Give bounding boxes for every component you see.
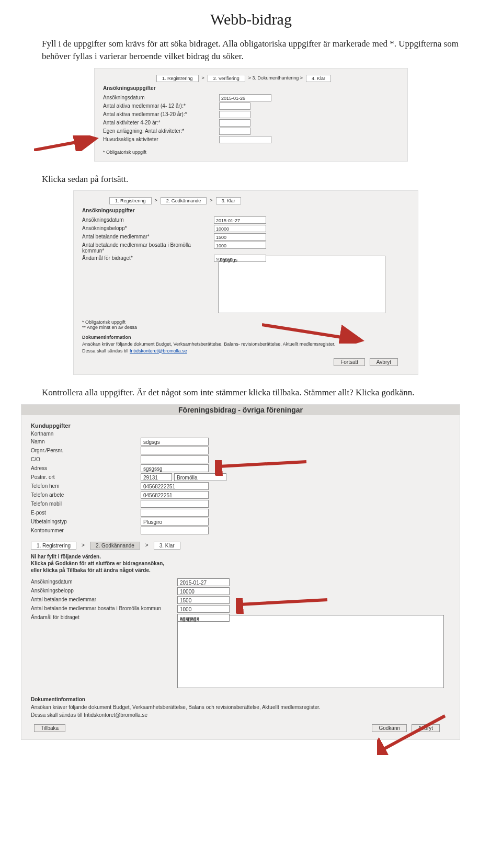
label: Kontonummer xyxy=(31,528,141,533)
step-1: 1. Registrering xyxy=(156,75,199,82)
label: Namn xyxy=(31,439,141,444)
label: E-post xyxy=(31,510,141,516)
label: Adress xyxy=(31,465,141,471)
field[interactable]: 10000 xyxy=(214,225,266,232)
label: Telefon hem xyxy=(31,483,141,489)
note-line: ** Ange minst en av dessa xyxy=(82,325,414,330)
instruction-text: Klicka sedan på fortsätt. xyxy=(42,173,460,186)
label: Orgnr./Persnr. xyxy=(31,448,141,453)
document-info: Dokumentinformation Ansökan kräver följa… xyxy=(82,334,414,354)
field-date[interactable]: 2015-01-26 xyxy=(219,94,271,101)
label: Antal betalande medlemmar bosatta i Brom… xyxy=(78,242,214,254)
field[interactable]: Plusgiro xyxy=(141,518,209,526)
label: Ändamål för bidraget xyxy=(31,614,177,622)
field-name[interactable]: sdgsgs xyxy=(141,438,209,446)
label: Ansökningsdatum xyxy=(78,216,214,223)
field[interactable] xyxy=(219,102,250,110)
docinfo-line: Ansökan kräver följande dokument Budget,… xyxy=(31,703,455,711)
step-sep: > xyxy=(76,542,90,550)
docinfo-heading: Dokumentinformation xyxy=(82,334,414,341)
step-sep: > xyxy=(140,542,154,550)
panel-registrering: 1. Registrering > 2. Verifiering > 3. Do… xyxy=(94,68,408,162)
field[interactable] xyxy=(141,509,209,517)
field[interactable] xyxy=(219,128,250,135)
panel-godkannande: 1. Registrering > 2. Godkännande > 3. Kl… xyxy=(73,190,418,375)
section-heading: Ansökningsuppgifter xyxy=(103,85,403,91)
field[interactable] xyxy=(219,111,250,118)
stepper: 1. Registrering > 2. Godkännande > 3. Kl… xyxy=(31,542,455,550)
field[interactable]: 2015-01-27 xyxy=(214,216,266,224)
textarea-purpose[interactable]: sgsgsgs xyxy=(218,256,385,313)
field: 2015-01-27 xyxy=(177,578,230,586)
step-sep: > 3. Dokumenthantering > xyxy=(245,75,306,82)
instruction-text: Kontrollera alla uppgifter. Är det något… xyxy=(42,386,460,399)
label: Antal aktiva medlemmar (4- 12 år):* xyxy=(99,102,219,109)
field[interactable]: 1500 xyxy=(214,233,266,241)
field: 1500 xyxy=(177,596,230,604)
footnote: * Obligatorisk uppgift xyxy=(103,150,403,155)
step-sep: > xyxy=(199,75,208,82)
field[interactable] xyxy=(219,136,271,143)
section-heading: Ansökningsuppgifter xyxy=(82,208,414,213)
footnote: * Obligatorisk uppgift ** Ange minst en … xyxy=(82,319,414,330)
step-1: 1. Registrering xyxy=(31,542,76,550)
email-link[interactable]: fritidskontoret@bromolla.se xyxy=(84,712,147,718)
label: Huvudsakliga aktiviteter xyxy=(99,136,219,142)
note-line: * Obligatorisk uppgift xyxy=(82,319,414,325)
stepper: 1. Registrering > 2. Godkännande > 3. Kl… xyxy=(109,197,414,204)
label: Ansökningsbelopp* xyxy=(78,225,214,231)
bold-instruction: Ni har fyllt i följande värden. xyxy=(31,554,455,559)
panel-kunduppgifter: Föreningsbidrag - övriga föreningar Kund… xyxy=(21,404,460,740)
label: Ansökningsdatum xyxy=(99,94,219,100)
label: Antal aktiva medlemmar (13-20 år):* xyxy=(99,111,219,117)
docinfo-line: Ansökan kräver följande dokument Budget,… xyxy=(82,341,414,348)
field[interactable]: 1000 xyxy=(214,242,266,249)
label: Ansökningsbelopp xyxy=(31,587,177,595)
label: Postnr. ort xyxy=(31,474,141,480)
email-link[interactable]: fritidskontoret@bromolla.se xyxy=(130,348,187,353)
back-button[interactable]: Tillbaka xyxy=(34,724,65,732)
step-4: 4. Klar xyxy=(306,75,331,82)
field-postnr[interactable]: 29131 xyxy=(141,473,172,481)
approve-button[interactable]: Godkänn xyxy=(372,724,407,732)
textarea-purpose: sgsgsgs xyxy=(177,615,444,688)
field[interactable]: 0456822251 xyxy=(141,491,209,499)
label: C/O xyxy=(31,456,141,462)
step-2-active: 2. Godkännande xyxy=(90,542,140,550)
label: Kortnamn xyxy=(31,431,141,437)
field[interactable] xyxy=(141,447,209,454)
field[interactable]: sgsgssg xyxy=(141,464,209,472)
section-heading: Kunduppgifter xyxy=(31,422,455,429)
label: Antal betalande medlemmar* xyxy=(78,233,214,239)
field[interactable] xyxy=(141,527,209,534)
docinfo-line: Dessa skall sändas till fritidskontoret@… xyxy=(31,711,455,719)
step-3: 3. Klar xyxy=(154,542,180,550)
step-2: 2. Verifiering xyxy=(208,75,245,82)
label: Egen anläggning: Antal aktiviteter:* xyxy=(99,128,219,134)
label: Utbetalningstyp xyxy=(31,519,141,524)
step-sep: > xyxy=(152,197,161,204)
field[interactable]: 04568222251 xyxy=(141,482,209,490)
continue-button[interactable]: Fortsätt xyxy=(334,358,365,366)
cancel-button[interactable]: Avbryt xyxy=(412,724,440,732)
label: Ändamål för bidraget* xyxy=(78,255,214,261)
label: Telefon arbete xyxy=(31,492,141,498)
label: Antal betalande medlemmar bosatta i Brom… xyxy=(31,605,177,613)
docinfo-line: Dessa skall sändas till fritidskontoret@… xyxy=(82,348,414,355)
field: 10000 xyxy=(177,587,230,595)
docinfo-heading: Dokumentinformation xyxy=(31,695,455,703)
arrow-icon xyxy=(34,135,102,151)
document-info: Dokumentinformation Ansökan kräver följa… xyxy=(31,695,455,719)
bold-instruction: Klicka på Godkänn för att slutföra er bi… xyxy=(31,561,455,566)
cancel-button[interactable]: Avbryt xyxy=(370,358,398,366)
step-1: 1. Registrering xyxy=(109,197,152,204)
field[interactable] xyxy=(219,119,250,127)
field[interactable] xyxy=(141,500,209,508)
field[interactable] xyxy=(141,455,209,463)
intro-text: Fyll i de uppgifter som krävs för att sö… xyxy=(42,38,460,63)
field-ort[interactable]: Bromölla xyxy=(174,473,226,481)
svg-line-0 xyxy=(34,139,96,150)
label: Ansökningsdatum xyxy=(31,578,177,586)
page-title: Webb-bidrag xyxy=(42,10,460,28)
panel-title-bar: Föreningsbidrag - övriga föreningar xyxy=(21,405,460,415)
